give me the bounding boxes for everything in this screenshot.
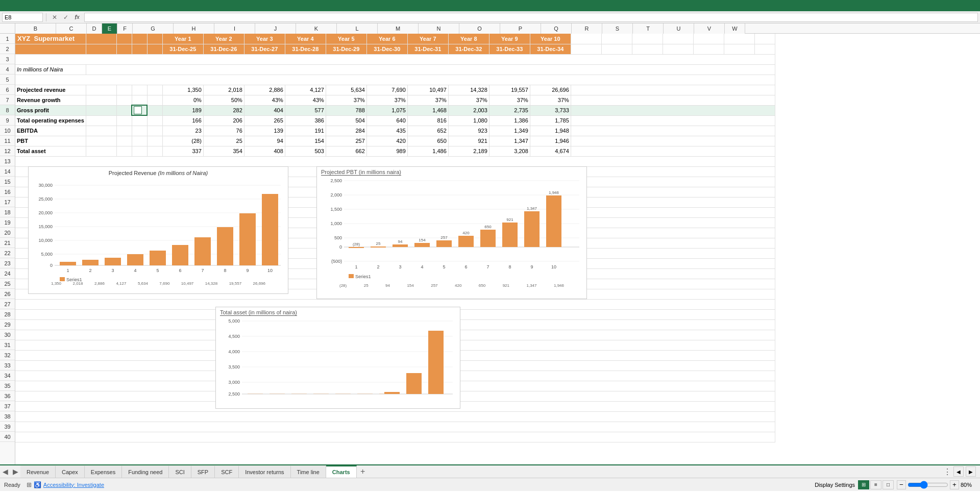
cell-r1-c[interactable] xyxy=(86,34,116,44)
pbt-y4[interactable]: 154 xyxy=(285,136,326,146)
col-header-I[interactable]: I xyxy=(214,23,255,34)
row-31[interactable]: 31 xyxy=(0,340,15,350)
date5-header[interactable]: 31-Dec-29 xyxy=(326,44,366,54)
proj-rev-y6[interactable]: 7,690 xyxy=(366,85,407,95)
cell-r9-rest[interactable] xyxy=(571,115,775,126)
proj-rev-y9[interactable]: 19,557 xyxy=(489,85,530,95)
ebitda-y10[interactable]: 1,948 xyxy=(530,126,571,136)
zoom-out-btn[interactable]: − xyxy=(897,480,906,489)
tab-expenses[interactable]: Expenses xyxy=(85,465,122,478)
total-asset-y5[interactable]: 662 xyxy=(326,146,366,156)
row-1[interactable]: 1 xyxy=(0,34,15,44)
normal-view-btn[interactable]: ⊞ xyxy=(858,480,869,489)
cell-r1-t[interactable] xyxy=(663,34,693,44)
cell-r6-e[interactable] xyxy=(132,85,147,95)
cell-r2-f[interactable] xyxy=(147,44,162,54)
cell-r7-rest[interactable] xyxy=(571,95,775,105)
row-18[interactable]: 18 xyxy=(0,207,15,217)
opex-y3[interactable]: 265 xyxy=(244,115,285,126)
row-25[interactable]: 25 xyxy=(0,279,15,289)
proj-rev-y1[interactable]: 1,350 xyxy=(162,85,203,95)
col-header-E[interactable]: E xyxy=(102,23,117,34)
tab-sfp[interactable]: SFP xyxy=(191,465,215,478)
cell-r1-s[interactable] xyxy=(632,34,663,44)
cell-r8-c[interactable] xyxy=(86,105,116,115)
opex-y10[interactable]: 1,785 xyxy=(530,115,571,126)
tab-scf[interactable]: SCF xyxy=(215,465,239,478)
cell-r13[interactable] xyxy=(15,156,775,166)
row-17[interactable]: 17 xyxy=(0,197,15,207)
cell-r8-rest[interactable] xyxy=(571,105,775,115)
year1-header[interactable]: Year 1 xyxy=(162,34,203,44)
cell-r10-d[interactable] xyxy=(116,126,132,136)
gross-profit-y1[interactable]: 189 xyxy=(162,105,203,115)
year9-header[interactable]: Year 9 xyxy=(489,34,530,44)
date2-header[interactable]: 31-Dec-26 xyxy=(203,44,244,54)
row-21[interactable]: 21 xyxy=(0,238,15,248)
row-33[interactable]: 33 xyxy=(0,360,15,371)
ebitda-y4[interactable]: 191 xyxy=(285,126,326,136)
opex-y7[interactable]: 816 xyxy=(407,115,448,126)
ebitda-y7[interactable]: 652 xyxy=(407,126,448,136)
tab-sci[interactable]: SCI xyxy=(169,465,191,478)
ebitda-y8[interactable]: 923 xyxy=(448,126,489,136)
col-header-C[interactable]: C xyxy=(56,23,87,34)
opex-y5[interactable]: 504 xyxy=(326,115,366,126)
rev-growth-y4[interactable]: 43% xyxy=(285,95,326,105)
cell-r2-s[interactable] xyxy=(632,44,663,54)
row-12[interactable]: 12 xyxy=(0,146,15,156)
rev-growth-y10[interactable]: 37% xyxy=(530,95,571,105)
cell-r11-d[interactable] xyxy=(116,136,132,146)
proj-rev-y2[interactable]: 2,018 xyxy=(203,85,244,95)
gross-profit-y10[interactable]: 3,733 xyxy=(530,105,571,115)
year4-header[interactable]: Year 4 xyxy=(285,34,326,44)
col-header-B[interactable]: B xyxy=(15,23,56,34)
row-5[interactable]: 5 xyxy=(0,75,15,85)
col-header-S[interactable]: S xyxy=(602,23,633,34)
cell-r9-d[interactable] xyxy=(116,115,132,126)
tab-charts[interactable]: Charts xyxy=(326,465,357,478)
total-asset-y7[interactable]: 1,486 xyxy=(407,146,448,156)
year7-header[interactable]: Year 7 xyxy=(407,34,448,44)
col-header-P[interactable]: P xyxy=(500,23,541,34)
year5-header[interactable]: Year 5 xyxy=(326,34,366,44)
cell-r10-f[interactable] xyxy=(147,126,162,136)
cell-r2-d[interactable] xyxy=(116,44,132,54)
cell-r10-c[interactable] xyxy=(86,126,116,136)
scroll-right-btn[interactable]: ▶ xyxy=(966,466,976,477)
gross-profit-y7[interactable]: 1,468 xyxy=(407,105,448,115)
col-header-Q[interactable]: Q xyxy=(541,23,572,34)
cell-r6-c[interactable] xyxy=(86,85,116,95)
rev-growth-y3[interactable]: 43% xyxy=(244,95,285,105)
cell-r1-v[interactable] xyxy=(724,34,754,44)
date10-header[interactable]: 31-Dec-34 xyxy=(530,44,571,54)
tab-time-line[interactable]: Time line xyxy=(291,465,326,478)
page-break-btn[interactable]: ≡ xyxy=(870,480,881,489)
opex-y4[interactable]: 386 xyxy=(285,115,326,126)
cell-r10-e[interactable] xyxy=(132,126,147,136)
col-header-F[interactable]: F xyxy=(117,23,133,34)
tab-capex[interactable]: Capex xyxy=(56,465,85,478)
row-19[interactable]: 19 xyxy=(0,217,15,228)
date6-header[interactable]: 31-Dec-30 xyxy=(366,44,407,54)
total-asset-y1[interactable]: 337 xyxy=(162,146,203,156)
cell-r1-q[interactable] xyxy=(571,34,601,44)
cell-r8-e-active[interactable] xyxy=(132,105,147,115)
pbt-y7[interactable]: 650 xyxy=(407,136,448,146)
gross-profit-y9[interactable]: 2,735 xyxy=(489,105,530,115)
cell-r12-e[interactable] xyxy=(132,146,147,156)
millions-label[interactable]: In millions of Naira xyxy=(15,64,86,75)
rev-growth-y2[interactable]: 50% xyxy=(203,95,244,105)
cell-r5[interactable] xyxy=(15,75,775,85)
confirm-formula-btn[interactable]: ✓ xyxy=(61,13,71,22)
col-header-T[interactable]: T xyxy=(633,23,664,34)
cell-r6-d[interactable] xyxy=(116,85,132,95)
total-asset-y6[interactable]: 989 xyxy=(366,146,407,156)
col-header-H[interactable]: H xyxy=(174,23,214,34)
tab-funding-need[interactable]: Funding need xyxy=(122,465,169,478)
col-header-G[interactable]: G xyxy=(133,23,174,34)
cell-r38[interactable] xyxy=(15,411,775,422)
cell-r2-u[interactable] xyxy=(693,44,724,54)
row-11[interactable]: 11 xyxy=(0,136,15,146)
col-header-W[interactable]: W xyxy=(725,23,745,34)
